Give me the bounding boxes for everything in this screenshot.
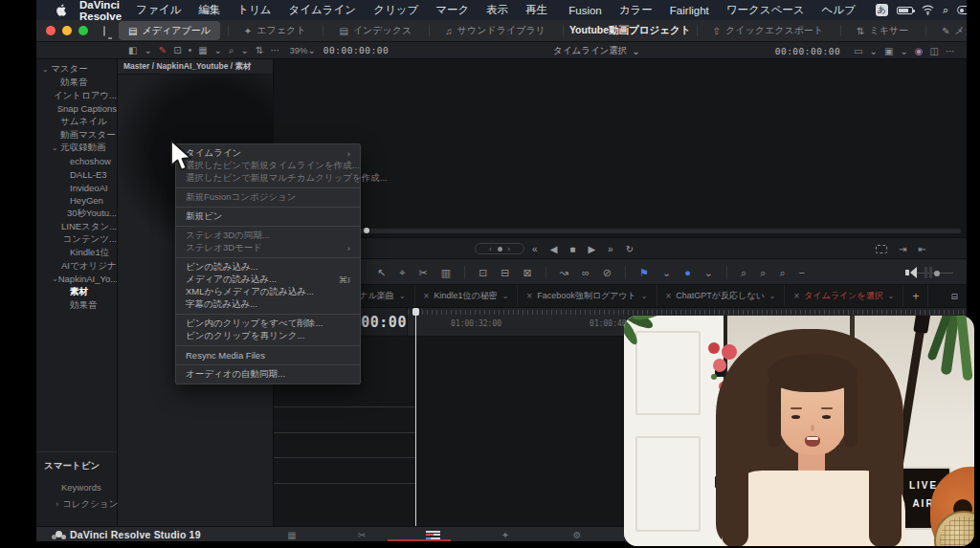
menubar-item[interactable]: ヘルプ	[813, 3, 864, 17]
stop-icon[interactable]: ■	[569, 244, 575, 254]
panel-tab[interactable]: ♫サウンドライブラリ	[435, 21, 555, 40]
menubar-item[interactable]: クリップ	[365, 3, 427, 17]
bin-item[interactable]: LINEスタン...	[36, 220, 117, 233]
overlay-icon[interactable]: ▭	[854, 46, 862, 56]
bin-item[interactable]: 効果音	[36, 298, 117, 312]
bin-item[interactable]: HeyGen	[36, 194, 117, 208]
battery-icon[interactable]	[897, 7, 913, 14]
bin-item[interactable]: 効果音	[36, 77, 117, 90]
menu-item[interactable]: 新規Fusionコンポジション	[176, 191, 360, 204]
timeline-zoom-slider[interactable]	[913, 273, 953, 274]
panel-tab[interactable]: ▤インデックス	[329, 21, 421, 40]
bin-item[interactable]: DALL-E3	[36, 168, 117, 182]
menu-item[interactable]: ステレオ3Dの同期...	[176, 230, 360, 242]
viewer-scrub-bar[interactable]	[279, 229, 961, 233]
media-page-icon[interactable]: ▦	[278, 527, 306, 541]
mute-speaker-icon[interactable]	[910, 267, 917, 278]
thumb-size-slider[interactable]: •	[189, 45, 192, 55]
menu-item[interactable]: ビン内のクリップをすべて削除...	[176, 318, 360, 330]
bin-item[interactable]: サムネイル	[36, 116, 117, 129]
overwrite-clip-icon[interactable]: ⊟	[501, 267, 509, 279]
bin-item[interactable]: AIでオリジナ...	[36, 259, 117, 273]
bin-item[interactable]: ⌄マスター	[36, 63, 117, 77]
sidebar-item-collections[interactable]: ›コレクション	[56, 498, 117, 511]
menu-item[interactable]: タイムライン›	[176, 147, 360, 160]
menu-item[interactable]: ビンのクリップを再リンク...	[176, 330, 360, 342]
scrub-playhead-dot[interactable]	[364, 228, 369, 233]
bin-item[interactable]: InvideoAI	[36, 181, 117, 194]
go-to-start-icon[interactable]: «	[532, 244, 538, 254]
bin-item[interactable]: イントロアウ...	[36, 89, 117, 102]
chevron-down-icon[interactable]: ⌄	[662, 267, 671, 279]
menubar-item[interactable]: タイムライン	[280, 3, 366, 17]
timeline-tab[interactable]: ×タイムラインを選択⌄	[785, 285, 903, 307]
selection-tool-icon[interactable]: ↖	[377, 267, 386, 279]
chevron-down-icon[interactable]: ⌄	[241, 45, 249, 55]
bin-item[interactable]: Snap Captions	[36, 102, 117, 116]
menubar-item[interactable]: トリム	[229, 3, 279, 17]
playhead-head[interactable]	[412, 308, 419, 316]
zoom-detail-icon[interactable]: ⌕	[760, 267, 766, 279]
spotlight-search-icon[interactable]: ⌕	[943, 4, 948, 16]
go-to-out-icon[interactable]: ⇥	[899, 244, 906, 254]
timeline-tab[interactable]: ×Facebook強制ログアウト⌄	[518, 285, 657, 307]
playhead[interactable]	[415, 308, 416, 526]
menubar-item[interactable]: 表示	[478, 3, 517, 17]
marker-icon[interactable]: ●	[684, 267, 691, 278]
replace-clip-icon[interactable]: ⊠	[523, 267, 532, 279]
menu-item[interactable]: メディアの読み込み...⌘I	[176, 274, 360, 286]
menubar-item[interactable]: マーク	[427, 3, 478, 17]
zoom-out-icon[interactable]: −	[799, 267, 805, 278]
jog-control[interactable]: ‹›	[475, 243, 524, 254]
menu-item[interactable]: 新規ビン	[176, 210, 360, 223]
position-lock-icon[interactable]: ⊘	[603, 267, 612, 279]
menubar-item[interactable]: ワークスペース	[718, 3, 813, 17]
insert-clip-icon[interactable]: ⊡	[479, 267, 487, 279]
media-pool-breadcrumb[interactable]: Master / NapkinAI_Youtube / 素材	[118, 59, 273, 75]
menu-item[interactable]: Resync Media Files	[176, 349, 360, 362]
fusion-page-icon[interactable]: ✦	[491, 527, 520, 541]
panel-tab[interactable]: ⇧クイックエクスポート	[703, 21, 834, 40]
add-timeline-button[interactable]: +	[903, 285, 928, 307]
play-icon[interactable]: ▶	[588, 244, 595, 254]
wifi-icon[interactable]	[922, 5, 934, 15]
sidebar-toggle-icon[interactable]: ◧	[128, 45, 137, 55]
link-clips-icon[interactable]: ∞	[582, 267, 590, 278]
more-options-icon[interactable]: ⋯	[270, 45, 279, 55]
bin-item[interactable]: コンテンツ...	[36, 233, 117, 247]
menu-item[interactable]: XMLからメディアの読み込み...	[176, 286, 360, 298]
menu-item[interactable]: 字幕の読み込み...	[176, 298, 360, 311]
color-viewer-icon[interactable]: ◉	[915, 46, 924, 56]
menubar-item[interactable]: 再生	[517, 3, 556, 17]
dual-viewer-icon[interactable]: ◫	[930, 46, 939, 56]
active-app-name[interactable]: DaVinci Resolve	[79, 0, 122, 22]
menu-item[interactable]: オーディオの自動同期...	[176, 368, 360, 381]
close-icon[interactable]: ×	[793, 291, 799, 301]
zoom-custom-icon[interactable]: ⌕	[779, 267, 785, 279]
timeline-tab[interactable]: ×ChatGPTが反応しない⌄	[657, 285, 786, 307]
loop-region-icon[interactable]	[876, 245, 887, 253]
zoom-window-button[interactable]	[78, 26, 88, 35]
search-icon[interactable]: ⌕	[229, 45, 234, 56]
bin-item[interactable]: echoshow	[36, 155, 117, 168]
sidebar-item-keywords[interactable]: Keywords	[61, 482, 117, 493]
close-icon[interactable]: ×	[666, 291, 672, 301]
retime-curve-icon[interactable]: ↝	[560, 267, 568, 279]
bin-item[interactable]: Kindle1位	[36, 247, 117, 260]
menubar-item[interactable]: 編集	[189, 3, 229, 17]
chevron-down-icon[interactable]: ⌄	[214, 45, 222, 55]
go-to-in-icon[interactable]: ⇤	[919, 244, 926, 254]
flag-icon[interactable]: ⚑	[639, 267, 649, 279]
razor-tool-icon[interactable]: ✂	[419, 267, 428, 279]
multicam-icon[interactable]: ▣	[884, 46, 893, 56]
cut-page-icon[interactable]: ✂	[347, 527, 376, 541]
menubar-item[interactable]: カラー	[611, 3, 661, 17]
menu-item[interactable]: 選択したビンで新規タイムラインを作成...	[176, 160, 360, 172]
stacked-timelines-icon[interactable]: ⊟	[942, 285, 967, 307]
control-center-icon[interactable]	[957, 6, 967, 14]
bin-item[interactable]: ⌄元収録動画	[36, 142, 117, 155]
panel-tab[interactable]: ✦エフェクト	[234, 21, 316, 40]
close-icon[interactable]: ×	[424, 291, 430, 301]
clone-tool-icon[interactable]: ⊡	[173, 45, 181, 55]
color-tag-icon[interactable]: ✎	[159, 45, 167, 55]
